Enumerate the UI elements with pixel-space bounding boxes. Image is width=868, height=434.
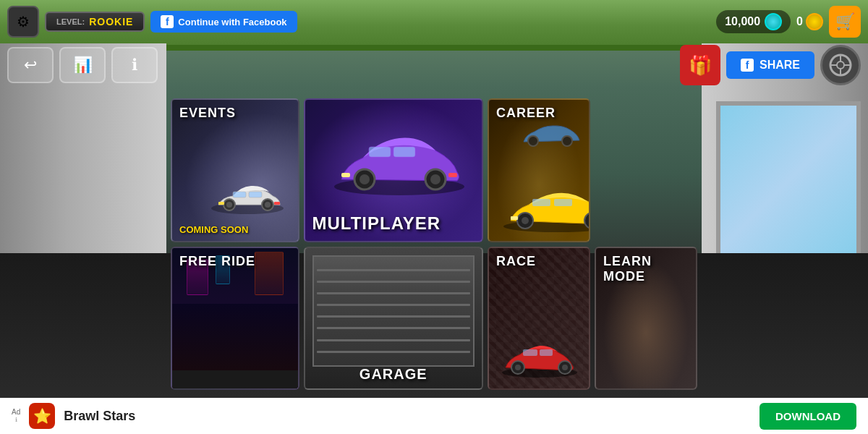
gift-icon: 🎁 <box>689 54 712 77</box>
exit-icon: ↩ <box>24 56 37 75</box>
career-car <box>493 177 590 235</box>
svg-rect-25 <box>532 199 550 206</box>
svg-rect-14 <box>274 202 280 205</box>
svg-rect-22 <box>341 173 350 177</box>
svg-point-1 <box>837 61 844 69</box>
race-car <box>493 333 587 380</box>
svg-point-12 <box>265 202 271 208</box>
city-background <box>172 248 298 389</box>
svg-point-10 <box>226 202 232 208</box>
cart-button[interactable]: 🛒 <box>829 6 861 38</box>
currency-amount: 10,000 <box>725 15 760 28</box>
steering-wheel-icon <box>828 53 853 77</box>
gear-icon: ⚙ <box>17 13 30 30</box>
download-button[interactable]: DOWNLOAD <box>760 403 856 430</box>
ad-banner: Ad ℹ ⭐ Brawl Stars DOWNLOAD <box>0 398 868 434</box>
brawlstars-logo: ⭐ <box>29 403 55 429</box>
svg-rect-26 <box>554 199 572 206</box>
ad-game-title: Brawl Stars <box>64 409 135 424</box>
svg-point-21 <box>430 174 441 184</box>
svg-rect-36 <box>523 349 537 356</box>
svg-point-28 <box>522 217 529 224</box>
multiplayer-tile[interactable]: MULTIPLAYER <box>304 98 484 242</box>
level-badge: LEVEL: ROOKIE <box>45 12 145 32</box>
main-menu-grid: EVENTS COMING SOON <box>166 94 702 394</box>
svg-point-41 <box>562 365 568 370</box>
svg-rect-31 <box>511 216 518 220</box>
learnmode-tile[interactable]: LEARN MODE <box>595 247 697 391</box>
gold-currency-display: 0 <box>796 13 823 30</box>
career-tile[interactable]: CAREER <box>488 98 590 242</box>
stats-button[interactable]: 📊 <box>59 47 106 83</box>
career-label: CAREER <box>496 106 556 121</box>
facebook-connect-button[interactable]: f Continue with Facebook <box>150 11 297 33</box>
ad-label: Ad ℹ <box>12 408 20 424</box>
svg-rect-13 <box>218 202 224 205</box>
gold-amount: 0 <box>796 15 803 28</box>
svg-point-19 <box>359 174 370 184</box>
events-label: EVENTS <box>179 106 236 121</box>
info-button[interactable]: ℹ <box>111 47 158 83</box>
settings-button[interactable]: ⚙ <box>7 6 39 38</box>
gift-button[interactable]: 🎁 <box>680 45 720 85</box>
chart-icon: 📊 <box>73 56 93 75</box>
events-coming-soon: COMING SOON <box>179 224 248 235</box>
svg-rect-7 <box>233 192 246 197</box>
level-value: ROOKIE <box>89 16 133 27</box>
garage-door <box>312 255 475 367</box>
garage-tile[interactable]: GARAGE <box>304 247 484 391</box>
svg-rect-8 <box>249 192 262 197</box>
facebook-connect-label: Continue with Facebook <box>178 17 286 27</box>
race-label: RACE <box>496 254 536 269</box>
garage-label: GARAGE <box>305 366 482 383</box>
gold-coin-icon <box>806 13 823 30</box>
window <box>716 101 861 260</box>
svg-rect-17 <box>393 147 415 157</box>
facebook-icon: f <box>161 15 174 28</box>
svg-rect-37 <box>540 349 553 356</box>
steering-button[interactable] <box>820 45 861 85</box>
info-icon: ℹ <box>132 56 137 75</box>
hud-secondary: ↩ 📊 ℹ 🎁 f SHARE <box>0 43 868 87</box>
facebook-share-icon: f <box>741 59 754 72</box>
share-button[interactable]: f SHARE <box>726 51 814 79</box>
cart-icon: 🛒 <box>835 12 855 31</box>
race-tile[interactable]: RACE <box>488 247 590 391</box>
svg-rect-16 <box>369 147 391 157</box>
green-coin-icon <box>765 13 782 30</box>
svg-rect-23 <box>448 173 457 177</box>
freeride-tile[interactable]: FREE RIDE <box>171 247 299 391</box>
multiplayer-car <box>320 111 479 205</box>
events-car <box>204 176 291 219</box>
learnmode-label: LEARN MODE <box>603 254 696 284</box>
hud-top: ⚙ LEVEL: ROOKIE f Continue with Facebook… <box>0 0 868 43</box>
svg-point-34 <box>562 136 572 146</box>
level-label: LEVEL: <box>56 17 85 26</box>
exit-button[interactable]: ↩ <box>7 47 54 83</box>
green-currency-display: 10,000 <box>716 10 791 33</box>
share-label: SHARE <box>760 59 800 72</box>
multiplayer-label: MULTIPLAYER <box>312 213 441 234</box>
svg-point-33 <box>528 136 538 146</box>
svg-point-39 <box>515 365 521 370</box>
events-tile[interactable]: EVENTS COMING SOON <box>171 98 299 242</box>
svg-point-30 <box>589 217 590 224</box>
freeride-label: FREE RIDE <box>179 254 255 269</box>
